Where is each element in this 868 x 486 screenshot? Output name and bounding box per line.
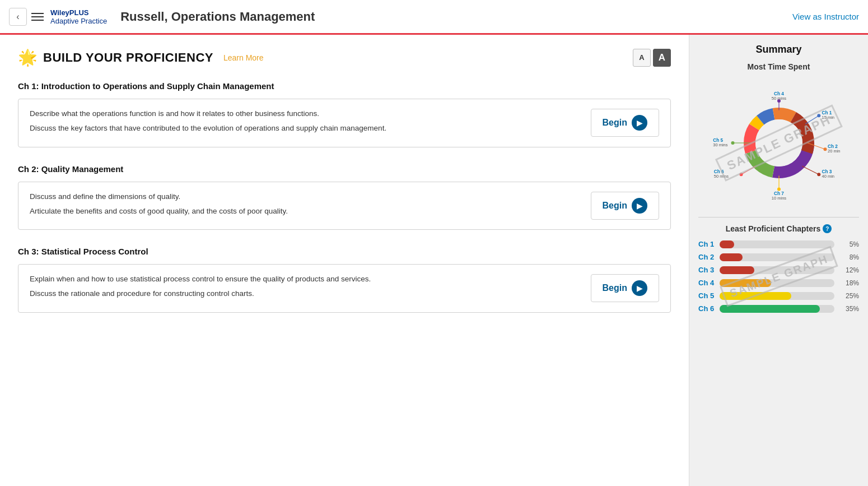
- back-button[interactable]: ‹: [9, 8, 27, 26]
- bar-fill-6: [720, 305, 820, 313]
- chapter-2-begin-label: Begin: [603, 201, 627, 211]
- ch6-time: 50 mins: [713, 174, 729, 179]
- chapter-section-2: Ch 2: Quality Management Discuss and def…: [18, 163, 671, 230]
- chapter-3-begin-button[interactable]: Begin ▶: [591, 274, 659, 302]
- chapter-1-play-icon: ▶: [632, 115, 647, 131]
- most-time-spent-label: Most Time Spent: [698, 62, 859, 71]
- bar-rows-container: Ch 1 5% Ch 2 8% Ch 3 12% Ch 4 18% Ch 5 2…: [698, 240, 859, 313]
- ch1-connector: [805, 115, 819, 124]
- bar-pct-3: 12%: [839, 266, 859, 274]
- chapter-2-bullet-2: Articulate the benefits and costs of goo…: [30, 206, 580, 217]
- menu-line2: [31, 16, 44, 17]
- chapter-1-heading: Ch 1: Introduction to Operations and Sup…: [18, 80, 671, 92]
- ch1-time: 15 min: [822, 115, 834, 120]
- bar-ch-label-2: Ch 2: [698, 253, 715, 261]
- learn-more-link[interactable]: Learn More: [223, 53, 264, 62]
- header: ‹ WileyPLUS Adaptive Practice Russell, O…: [0, 0, 868, 35]
- ch1-dot: [817, 114, 820, 117]
- chapter-1-text: Describe what the operations function is…: [30, 108, 580, 138]
- chapter-1-bullet-2: Discuss the key factors that have contri…: [30, 123, 580, 134]
- chapter-3-bullet-2: Discuss the rationale and procedure for …: [30, 288, 580, 299]
- ch3-time: 40 min: [822, 174, 834, 179]
- chapter-3-card: Explain when and how to use statistical …: [18, 264, 671, 313]
- chapter-2-text: Discuss and define the dimensions of qua…: [30, 191, 580, 221]
- chapter-3-bullet-1: Explain when and how to use statistical …: [30, 274, 580, 285]
- back-icon: ‹: [16, 12, 19, 22]
- chapter-1-begin-button[interactable]: Begin ▶: [591, 109, 659, 137]
- chapter-3-begin-label: Begin: [603, 283, 627, 293]
- chapter-2-play-icon: ▶: [632, 198, 647, 214]
- bar-pct-4: 18%: [839, 279, 859, 287]
- menu-line3: [31, 20, 44, 21]
- bar-track-4: [720, 279, 834, 287]
- bar-ch-label-4: Ch 4: [698, 279, 715, 287]
- bar-row-3: Ch 3 12%: [698, 266, 859, 274]
- layout: 🌟 BUILD YOUR PROFICIENCY Learn More A A …: [0, 35, 868, 486]
- bar-track-6: [720, 305, 834, 313]
- bars-wrapper: SAMPLE GRAPH Ch 1 5% Ch 2 8% Ch 3 12% Ch…: [698, 240, 859, 313]
- bar-ch-label-1: Ch 1: [698, 240, 715, 248]
- chapter-1-begin-label: Begin: [603, 118, 627, 128]
- font-large-button[interactable]: A: [653, 49, 671, 67]
- brand-top: WileyPLUS: [50, 8, 107, 17]
- ch6-dot: [739, 173, 743, 176]
- ch2-dot: [823, 147, 827, 151]
- chapter-3-heading: Ch 3: Statistical Process Control: [18, 246, 671, 257]
- ch7-time: 10 mins: [771, 196, 786, 201]
- help-icon[interactable]: ?: [823, 224, 832, 233]
- bar-fill-1: [720, 240, 734, 248]
- sidebar-title: Summary: [698, 44, 859, 55]
- sidebar-separator-1: [698, 217, 859, 217]
- main-content: 🌟 BUILD YOUR PROFICIENCY Learn More A A …: [0, 35, 689, 486]
- ch5-time: 30 mins: [713, 142, 728, 147]
- menu-button[interactable]: [31, 13, 44, 21]
- bar-track-1: [720, 240, 834, 248]
- bar-row-5: Ch 5 25%: [698, 291, 859, 300]
- ch3-connector: [802, 166, 819, 174]
- chapter-1-card: Describe what the operations function is…: [18, 99, 671, 147]
- bar-ch-label-3: Ch 3: [698, 266, 715, 274]
- bar-fill-5: [720, 292, 791, 300]
- chapter-3-text: Explain when and how to use statistical …: [30, 274, 580, 303]
- page-title: Russell, Operations Management: [120, 10, 792, 24]
- bar-fill-2: [720, 253, 743, 261]
- bar-ch-label-6: Ch 6: [698, 304, 715, 313]
- brand: WileyPLUS Adaptive Practice: [50, 8, 107, 25]
- bar-fill-3: [720, 266, 754, 274]
- bar-track-2: [720, 253, 834, 261]
- byp-star-icon: 🌟: [18, 48, 38, 67]
- byp-title-row: 🌟 BUILD YOUR PROFICIENCY Learn More: [18, 48, 264, 67]
- least-proficient-label: Least Proficient Chapters: [726, 224, 821, 233]
- sidebar: Summary Most Time Spent Ch 4: [689, 35, 868, 486]
- chapter-section-3: Ch 3: Statistical Process Control Explai…: [18, 246, 671, 313]
- ch3-dot: [817, 173, 820, 176]
- bar-ch-label-5: Ch 5: [698, 291, 715, 300]
- chapter-2-card: Discuss and define the dimensions of qua…: [18, 182, 671, 230]
- ch7-dot: [777, 188, 781, 191]
- bar-pct-5: 25%: [839, 292, 859, 300]
- least-proficient-header: Least Proficient Chapters ?: [698, 224, 859, 233]
- ch6-connector: [741, 166, 755, 174]
- bar-pct-6: 35%: [839, 305, 859, 313]
- chapter-3-play-icon: ▶: [632, 280, 647, 296]
- bar-row-2: Ch 2 8%: [698, 253, 859, 261]
- bar-pct-1: 5%: [839, 240, 859, 248]
- bar-row-6: Ch 6 35%: [698, 304, 859, 313]
- bar-row-1: Ch 1 5%: [698, 240, 859, 248]
- bar-fill-4: [720, 279, 771, 287]
- view-as-instructor-link[interactable]: View as Instructor: [792, 12, 859, 21]
- donut-chart-svg: Ch 4 50 mins Ch 1 15 min Ch 2 20 min Ch …: [712, 76, 846, 210]
- bar-pct-2: 8%: [839, 253, 859, 261]
- donut-center: [755, 119, 802, 166]
- ch2-time: 20 min: [828, 149, 841, 154]
- bar-track-5: [720, 292, 834, 300]
- font-small-button[interactable]: A: [633, 49, 651, 67]
- byp-header: 🌟 BUILD YOUR PROFICIENCY Learn More A A: [18, 48, 671, 67]
- chapter-1-bullet-1: Describe what the operations function is…: [30, 108, 580, 119]
- chapter-2-heading: Ch 2: Quality Management: [18, 163, 671, 175]
- chapter-section-1: Ch 1: Introduction to Operations and Sup…: [18, 80, 671, 147]
- bar-track-3: [720, 266, 834, 274]
- menu-line1: [31, 13, 44, 14]
- font-size-controls: A A: [633, 49, 671, 67]
- chapter-2-begin-button[interactable]: Begin ▶: [591, 192, 659, 220]
